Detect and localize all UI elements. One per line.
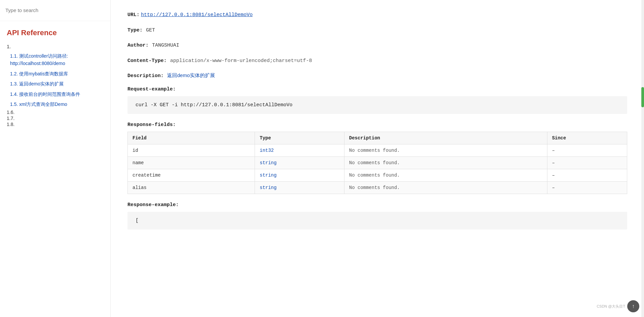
type-value: GET <box>146 27 155 33</box>
cell-type: string <box>255 169 344 181</box>
api-reference-title: API Reference <box>0 21 110 42</box>
scrollbar[interactable] <box>641 0 644 317</box>
cell-description: No comments found. <box>344 181 547 194</box>
sidebar: API Reference 1. 1.1. 测试controller访问路径: … <box>0 0 111 317</box>
nav-item-1-3[interactable]: 1.3. 返回demo实体的扩展 <box>7 79 104 89</box>
cell-description: No comments found. <box>344 144 547 156</box>
type-row: Type: GET <box>127 25 627 35</box>
nav-empty-1-8: 1.8. <box>7 120 14 128</box>
content-type-label: Content-Type: <box>127 58 167 64</box>
nav-link-1-2[interactable]: 1.2. 使用mybatis查询数据库 <box>7 69 104 79</box>
nav-link-1-1[interactable]: 1.1. 测试controller访问路径: http://localhost:… <box>7 51 104 69</box>
csdn-label: CSDN @大头目T <box>597 304 625 309</box>
search-box[interactable] <box>0 0 110 21</box>
scrollbar-thumb[interactable] <box>641 87 644 107</box>
nav-item-1-2[interactable]: 1.2. 使用mybatis查询数据库 <box>7 69 104 79</box>
table-row: aliasstringNo comments found.– <box>128 181 627 194</box>
search-input[interactable] <box>5 7 105 13</box>
main-content: URL: http://127.0.0.1:8081/selectAllDemo… <box>111 0 644 317</box>
table-header: Field Type Description Since <box>128 132 627 144</box>
cell-since: – <box>547 156 627 169</box>
cell-field: name <box>128 156 255 169</box>
cell-description: No comments found. <box>344 156 547 169</box>
nav-link-1-5[interactable]: 1.5. xml方式查询全部Demo <box>7 99 104 109</box>
col-field: Field <box>128 132 255 144</box>
request-example-code: curl -X GET -i http://127.0.0.1:8081/sel… <box>127 96 627 114</box>
nav-link-1-4[interactable]: 1.4. 接收前台的时间范围查询条件 <box>7 89 104 99</box>
cell-since: – <box>547 144 627 156</box>
cell-type: string <box>255 181 344 194</box>
response-fields-heading: Response-fields: <box>127 122 627 128</box>
cell-field: alias <box>128 181 255 194</box>
cell-type: int32 <box>255 144 344 156</box>
response-example-code: [ <box>127 212 627 230</box>
request-example-heading: Request-example: <box>127 86 627 92</box>
table-body: idint32No comments found.–namestringNo c… <box>128 144 627 194</box>
nav-item-1-7: 1.7. <box>7 115 104 121</box>
nav-link-1-3[interactable]: 1.3. 返回demo实体的扩展 <box>7 79 104 89</box>
table-row: namestringNo comments found.– <box>128 156 627 169</box>
cell-since: – <box>547 181 627 194</box>
response-table: Field Type Description Since idint32No c… <box>127 132 627 194</box>
content-type-row: Content-Type: application/x-www-form-url… <box>127 56 627 65</box>
col-type: Type <box>255 132 344 144</box>
nav-list: 1. 1.1. 测试controller访问路径: http://localho… <box>0 42 110 134</box>
nav-item-1-6: 1.6. <box>7 109 104 115</box>
table-header-row: Field Type Description Since <box>128 132 627 144</box>
author-value: TANGSHUAI <box>152 43 179 48</box>
col-description: Description <box>344 132 547 144</box>
url-value[interactable]: http://127.0.0.1:8081/selectAllDemoVo <box>141 12 253 18</box>
author-row: Author: TANGSHUAI <box>127 41 627 50</box>
cell-description: No comments found. <box>344 169 547 181</box>
nav-section-1: 1. <box>7 42 104 51</box>
csdn-watermark: CSDN @大头目T ↑ <box>597 300 639 312</box>
description-value: 返回demo实体的扩展 <box>167 72 215 78</box>
author-label: Author: <box>127 43 149 48</box>
cell-type: string <box>255 156 344 169</box>
back-to-top-button[interactable]: ↑ <box>627 300 639 312</box>
cell-since: – <box>547 169 627 181</box>
cell-field: id <box>128 144 255 156</box>
url-row: URL: http://127.0.0.1:8081/selectAllDemo… <box>127 10 627 19</box>
description-label: Description: <box>127 73 164 79</box>
nav-section-1-label: 1. <box>7 42 104 51</box>
nav-item-1-4[interactable]: 1.4. 接收前台的时间范围查询条件 <box>7 89 104 99</box>
table-row: createtimestringNo comments found.– <box>128 169 627 181</box>
nav-item-1-1[interactable]: 1.1. 测试controller访问路径: http://localhost:… <box>7 51 104 69</box>
nav-item-1-5[interactable]: 1.5. xml方式查询全部Demo <box>7 99 104 109</box>
url-label: URL: <box>127 12 140 18</box>
col-since: Since <box>547 132 627 144</box>
content-type-value: application/x-www-form-urlencoded;charse… <box>170 58 312 64</box>
nav-item-1-8: 1.8. <box>7 121 104 127</box>
type-label: Type: <box>127 27 143 33</box>
up-arrow-icon: ↑ <box>632 303 635 309</box>
cell-field: createtime <box>128 169 255 181</box>
table-row: idint32No comments found.– <box>128 144 627 156</box>
description-row: Description: 返回demo实体的扩展 <box>127 71 627 80</box>
response-example-heading: Response-example: <box>127 202 627 208</box>
